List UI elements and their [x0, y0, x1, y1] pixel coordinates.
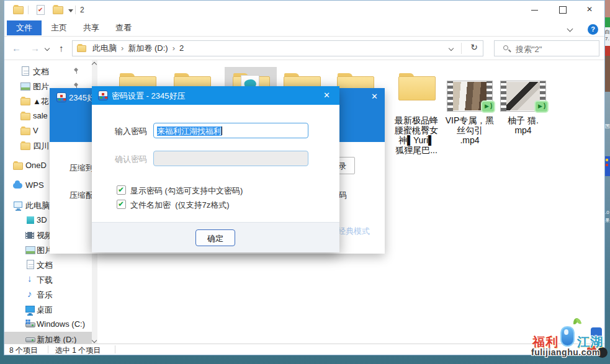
- file-item[interactable]: 最新极品蜂腰蜜桃臀女神▌Yuri▌狐狸尾巴...: [390, 67, 442, 99]
- address-folder-icon: [77, 45, 86, 52]
- folder-icon: [20, 113, 30, 120]
- compress-to-label: 压缩到: [70, 162, 94, 174]
- encrypt-filename-label: 文件名加密 (仅支持7z格式): [130, 200, 230, 211]
- search-input[interactable]: 搜索"2": [516, 44, 542, 55]
- checklist-icon[interactable]: [37, 5, 45, 15]
- sidebar-item-doc[interactable]: 文档: [4, 257, 92, 272]
- mouse-icon: [560, 326, 575, 347]
- breadcrumb-item[interactable]: 2: [177, 41, 186, 56]
- minimize-button[interactable]: [521, 1, 549, 19]
- window-title: 2: [80, 6, 84, 14]
- show-password-checkbox[interactable]: [117, 185, 126, 195]
- tab-share[interactable]: 共享: [76, 20, 106, 35]
- quick-access-caret-icon[interactable]: [68, 8, 73, 13]
- sidebar-item-note[interactable]: 音乐: [4, 287, 92, 302]
- sidebar-item-desk[interactable]: 桌面: [4, 302, 92, 317]
- file-item[interactable]: VIP专属，黑丝勾引.mp4: [444, 67, 496, 112]
- ribbon-collapse-icon[interactable]: [567, 26, 573, 32]
- file-item[interactable]: 柚子 猫.mp4: [497, 67, 549, 112]
- address-bar[interactable]: 此电脑›新加卷 (D:)›2: [72, 40, 483, 56]
- tab-view[interactable]: 查看: [109, 20, 138, 35]
- pin-icon: [74, 83, 79, 88]
- sidebar-item-label: 音乐: [37, 290, 53, 301]
- scroll-down-icon[interactable]: [92, 338, 97, 343]
- divider: [48, 345, 48, 353]
- file-item-label: 最新极品蜂腰蜜桃臀女神▌Yuri▌狐狸尾巴...: [390, 115, 442, 155]
- breadcrumb-item[interactable]: 新加卷 (D:): [125, 41, 170, 56]
- sidebar-item-label: 四川: [33, 141, 49, 152]
- encrypt-filename-checkbox[interactable]: [117, 200, 126, 209]
- breadcrumb-item[interactable]: 此电脑: [90, 41, 119, 56]
- sidebar-item-doc[interactable]: 文档: [4, 64, 92, 79]
- film-icon: [25, 232, 34, 239]
- divider: [461, 43, 462, 54]
- desktop-icon-fragment: [605, 56, 610, 92]
- note-icon: [25, 290, 35, 300]
- desktop-label-fragment: 7.: [605, 36, 609, 42]
- forward-button[interactable]: [30, 43, 40, 53]
- password-dialog: 密码设置 - 2345好压 输入密码 来福利江湖找福利 确认密码 显示密码 (勾…: [92, 86, 339, 252]
- password-value: 来福利江湖找福利: [157, 127, 222, 136]
- folder-icon: [20, 143, 30, 150]
- breadcrumb: 此电脑›新加卷 (D:)›2: [90, 41, 186, 56]
- desktop-icon-fragment: [605, 17, 610, 27]
- drive-icon: [25, 337, 35, 342]
- refresh-icon[interactable]: [470, 42, 478, 52]
- sidebar-item-label: OneD: [25, 161, 47, 170]
- close-button[interactable]: [576, 1, 604, 19]
- status-bar: 8 个项目 选中 1 个项目: [4, 344, 604, 355]
- help-icon[interactable]: ?: [588, 24, 598, 35]
- sidebar-item-label: sale: [33, 111, 48, 120]
- pic-icon: [25, 246, 35, 254]
- back-button[interactable]: [12, 43, 21, 53]
- up-button[interactable]: [59, 43, 64, 53]
- ok-button[interactable]: 确定: [195, 229, 235, 246]
- desktop-right-strip: 白7.国.0果: [605, 0, 610, 364]
- watermark: 福利 江湖 fulijianghu.com: [532, 319, 609, 362]
- folder-icon: [20, 98, 30, 105]
- tab-file[interactable]: 文件: [7, 20, 42, 35]
- navigation-bar: 此电脑›新加卷 (D:)›2 搜索"2": [4, 37, 604, 60]
- password-dialog-close-icon[interactable]: [323, 91, 330, 100]
- recent-locations-icon[interactable]: [45, 46, 50, 51]
- sidebar-item-label: 文档: [37, 260, 53, 271]
- show-password-label: 显示密码 (勾选可支持中文密码): [130, 185, 243, 197]
- folder-icon: [13, 162, 23, 170]
- compress-dialog-close-icon[interactable]: [371, 92, 378, 101]
- desktop: 2 文件主页共享查看 ? 此电脑›新加卷 (D:)›2: [0, 0, 610, 364]
- confirm-input-label: 确认密码: [115, 154, 147, 165]
- folder-icon: [398, 73, 434, 99]
- maximize-button[interactable]: [549, 1, 576, 19]
- cloud-icon: [13, 183, 22, 189]
- classic-mode-link[interactable]: 经典模式: [338, 226, 370, 237]
- folder-icon: [20, 128, 30, 135]
- search-box[interactable]: 搜索"2": [494, 40, 599, 56]
- video-thumbnail: [500, 81, 546, 112]
- desktop-label-fragment: .0: [605, 210, 609, 215]
- confirm-password-input[interactable]: [153, 151, 308, 166]
- quick-access-folder-icon[interactable]: [53, 6, 63, 14]
- sidebar-item-down[interactable]: 下载: [4, 272, 92, 287]
- password-input-label: 输入密码: [115, 126, 147, 137]
- app-folder-icon: [13, 6, 24, 14]
- sidebar-item-drive-win[interactable]: Windows (C:): [4, 317, 92, 332]
- drive-win-icon: [25, 322, 35, 327]
- password-dialog-title: 密码设置 - 2345好压: [112, 91, 185, 102]
- password-link-fragment[interactable]: 码: [339, 190, 347, 201]
- sidebar-item-label: WPS: [25, 180, 44, 190]
- search-icon: [503, 45, 508, 50]
- sidebar-item-label: ▲花: [33, 96, 49, 107]
- desktop-label-fragment: 国: [605, 123, 610, 130]
- pin-icon: [74, 68, 79, 73]
- tab-home[interactable]: 主页: [44, 20, 74, 35]
- password-input[interactable]: 来福利江湖找福利: [153, 123, 308, 138]
- file-item-label: VIP专属，黑丝勾引.mp4: [444, 115, 496, 145]
- pic-icon: [20, 82, 30, 91]
- scroll-up-icon[interactable]: [92, 62, 97, 67]
- desk-icon: [25, 306, 35, 313]
- play-badge-icon: [481, 100, 495, 113]
- address-dropdown-icon[interactable]: [449, 46, 454, 51]
- ribbon-tabs: 文件主页共享查看 ?: [4, 19, 604, 37]
- divider: [75, 6, 76, 14]
- sidebar-item-label: 图片: [33, 81, 49, 92]
